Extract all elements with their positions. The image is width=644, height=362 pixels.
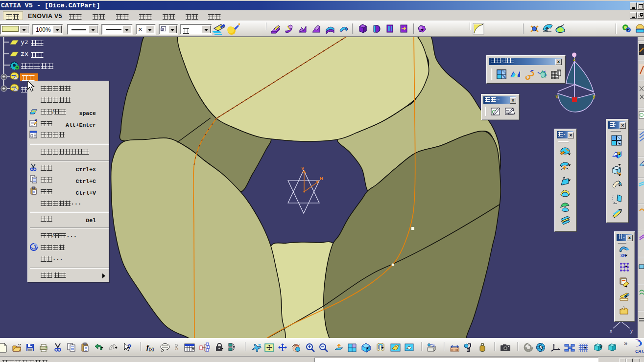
svg-text:H: H	[320, 176, 323, 181]
svg-text:?: ?	[127, 343, 132, 351]
svg-text:y: y	[593, 94, 596, 99]
svg-text:y: y	[630, 328, 633, 334]
svg-text:V: V	[301, 166, 304, 171]
svg-text:z: z	[573, 56, 575, 62]
svg-text:x: x	[555, 94, 558, 99]
svg-text:(x): (x)	[149, 347, 154, 352]
svg-text:x: x	[610, 328, 612, 334]
svg-text:»: »	[624, 339, 627, 347]
svg-text:CAT..: CAT..	[635, 349, 644, 354]
